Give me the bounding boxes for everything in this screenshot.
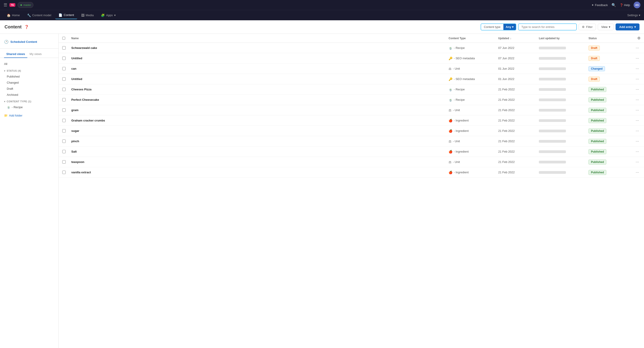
nav-item-home[interactable]: 🏠 Home	[4, 12, 23, 19]
row-name-8[interactable]: sugar	[71, 129, 448, 133]
nav-item-content-model[interactable]: 🔧 Content model	[24, 12, 54, 19]
tab-shared-views[interactable]: Shared views	[4, 50, 27, 58]
header-gear[interactable]: ⚙	[629, 36, 640, 40]
menu-icon[interactable]: ☰	[4, 2, 7, 7]
more-actions-button-3[interactable]: ···	[634, 76, 640, 82]
row-check-7[interactable]	[62, 119, 66, 122]
more-actions-button-5[interactable]: ···	[634, 97, 640, 103]
row-checkbox-10[interactable]	[62, 150, 71, 153]
row-checkbox-12[interactable]	[62, 171, 71, 174]
row-name-11[interactable]: teaspoon	[71, 160, 448, 164]
workspace-badge[interactable]: TE	[10, 3, 15, 7]
more-actions-button-12[interactable]: ···	[634, 170, 640, 175]
header-updated[interactable]: Updated ↓	[498, 36, 539, 40]
row-name-9[interactable]: pinch	[71, 140, 448, 143]
more-actions-button-7[interactable]: ···	[634, 118, 640, 123]
row-name-2[interactable]: can	[71, 67, 448, 70]
table-row: Schwarzwald cake 🍵 - Recipe 07 Jun 2022 …	[59, 43, 644, 53]
row-check-4[interactable]	[62, 88, 66, 91]
page-help-icon[interactable]: ❓	[24, 25, 29, 29]
status-section-header[interactable]: ▾ STATUS (4)	[0, 67, 58, 73]
nav-item-content[interactable]: 📄 Content	[55, 11, 77, 19]
row-checkbox-2[interactable]	[62, 67, 71, 70]
filter-button[interactable]: ⚙ Filter	[578, 24, 596, 30]
more-actions-button-8[interactable]: ···	[634, 128, 640, 134]
row-check-12[interactable]	[62, 171, 66, 174]
content-type-text-4: - Recipe	[454, 88, 464, 91]
row-checkbox-11[interactable]	[62, 160, 71, 164]
sidebar-item-all[interactable]: All	[0, 61, 58, 67]
more-actions-button-4[interactable]: ···	[634, 87, 640, 92]
row-check-8[interactable]	[62, 129, 66, 133]
row-check-2[interactable]	[62, 67, 66, 70]
row-checkbox-4[interactable]	[62, 88, 71, 91]
content-type-section-header[interactable]: ▾ CONTENT TYPE (1)	[0, 98, 58, 104]
add-folder-button[interactable]: 📁 Add folder	[4, 114, 54, 117]
feedback-button[interactable]: ✦ Feedback	[592, 3, 608, 7]
content-type-any-button[interactable]: Any ▾	[504, 24, 516, 30]
row-name-10[interactable]: Salt	[71, 150, 448, 153]
add-entry-button[interactable]: Add entry ▾	[616, 23, 640, 30]
row-checkbox-5[interactable]	[62, 98, 71, 101]
more-actions-button-2[interactable]: ···	[634, 66, 640, 71]
nav-item-apps[interactable]: 🧩 Apps ▾	[98, 12, 119, 19]
row-name-6[interactable]: gram	[71, 108, 448, 112]
row-check-3[interactable]	[62, 77, 66, 81]
search-input[interactable]	[521, 25, 574, 29]
avatar[interactable]: AS	[634, 1, 640, 8]
sidebar-item-archived[interactable]: Archived	[0, 92, 58, 98]
search-icon[interactable]: 🔍	[612, 3, 616, 7]
scheduled-content-link[interactable]: 🕐 Scheduled Content	[0, 37, 58, 46]
row-name-3[interactable]: Untitled	[71, 77, 448, 81]
more-actions-button-10[interactable]: ···	[634, 149, 640, 154]
row-check-6[interactable]	[62, 108, 66, 112]
row-checkbox-7[interactable]	[62, 119, 71, 122]
nav-content-model-label: Content model	[32, 13, 52, 17]
more-actions-button-11[interactable]: ···	[634, 159, 640, 165]
header-name[interactable]: Name	[71, 36, 448, 40]
row-check-9[interactable]	[62, 140, 66, 143]
row-check-1[interactable]	[62, 57, 66, 60]
row-name-12[interactable]: vanilla extract	[71, 171, 448, 174]
select-all-checkbox[interactable]	[62, 37, 65, 40]
row-check-11[interactable]	[62, 160, 66, 164]
row-name-7[interactable]: Graham cracker crumbs	[71, 119, 448, 122]
more-actions-button-9[interactable]: ···	[634, 138, 640, 144]
view-button[interactable]: View ▾	[598, 24, 614, 30]
name-col-label: Name	[71, 37, 79, 40]
row-check-5[interactable]	[62, 98, 66, 101]
view-dropdown-icon: ▾	[609, 25, 610, 29]
sidebar-item-changed[interactable]: Changed	[0, 80, 58, 86]
row-check-0[interactable]	[62, 46, 66, 50]
help-button[interactable]: ❓ Help	[620, 3, 630, 7]
row-name-0[interactable]: Schwarzwald cake	[71, 46, 448, 50]
row-name-4[interactable]: Cheeses Pizza	[71, 88, 448, 91]
content-type-text-2: - Unit	[453, 67, 460, 70]
more-actions-button-0[interactable]: ···	[634, 45, 640, 51]
branch-badge[interactable]: ● master	[18, 2, 34, 8]
row-checkbox-9[interactable]	[62, 140, 71, 143]
gear-icon[interactable]: ⚙	[637, 36, 640, 40]
nav-item-media[interactable]: 🖼 Media	[78, 12, 97, 19]
header-content-type[interactable]: Content Type	[448, 36, 498, 40]
search-input-wrap[interactable]	[518, 23, 577, 30]
row-name-5[interactable]: Perfect Cheesecake	[71, 98, 448, 101]
settings-button[interactable]: Settings ▾	[627, 13, 640, 17]
status-badge-0: Draft	[588, 45, 600, 50]
row-name-1[interactable]: Untitled	[71, 57, 448, 60]
content-type-selector[interactable]: Content type Any ▾	[481, 23, 516, 30]
row-checkbox-0[interactable]	[62, 46, 71, 50]
sidebar-item-draft[interactable]: Draft	[0, 86, 58, 92]
header-checkbox[interactable]	[62, 36, 71, 40]
row-checkbox-1[interactable]	[62, 57, 71, 60]
row-checkbox-8[interactable]	[62, 129, 71, 133]
row-check-10[interactable]	[62, 150, 66, 153]
more-actions-button-6[interactable]: ···	[634, 107, 640, 113]
sidebar-item-published[interactable]: Published	[0, 73, 58, 80]
more-actions-button-1[interactable]: ···	[634, 55, 640, 61]
user-placeholder-9	[539, 140, 566, 143]
tab-my-views[interactable]: My views	[27, 50, 44, 58]
row-checkbox-3[interactable]	[62, 77, 71, 81]
row-checkbox-6[interactable]	[62, 108, 71, 112]
sidebar-item-recipe[interactable]: 🍵 - Recipe	[0, 104, 58, 110]
